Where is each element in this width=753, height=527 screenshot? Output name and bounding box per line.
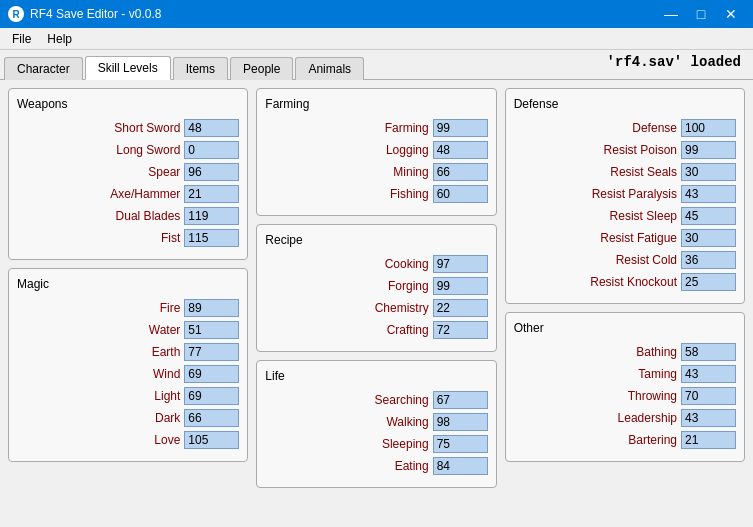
resist-poison-input[interactable]	[681, 141, 736, 159]
farming-panel: Farming Farming Logging Mining Fishing	[256, 88, 496, 216]
spear-label: Spear	[100, 165, 180, 179]
forging-input[interactable]	[433, 277, 488, 295]
water-input[interactable]	[184, 321, 239, 339]
skill-row: Spear	[17, 163, 239, 181]
skill-row: Walking	[265, 413, 487, 431]
skill-row: Bathing	[514, 343, 736, 361]
bathing-input[interactable]	[681, 343, 736, 361]
skill-row: Resist Fatigue	[514, 229, 736, 247]
cooking-input[interactable]	[433, 255, 488, 273]
farming-input[interactable]	[433, 119, 488, 137]
menu-file[interactable]: File	[4, 30, 39, 48]
light-input[interactable]	[184, 387, 239, 405]
resist-cold-input[interactable]	[681, 251, 736, 269]
leadership-label: Leadership	[597, 411, 677, 425]
throwing-input[interactable]	[681, 387, 736, 405]
skill-row: Resist Sleep	[514, 207, 736, 225]
skill-row: Taming	[514, 365, 736, 383]
resist-knockout-input[interactable]	[681, 273, 736, 291]
skill-row: Resist Cold	[514, 251, 736, 269]
short-sword-input[interactable]	[184, 119, 239, 137]
tab-character[interactable]: Character	[4, 57, 83, 80]
taming-label: Taming	[597, 367, 677, 381]
resist-seals-input[interactable]	[681, 163, 736, 181]
dual-blades-label: Dual Blades	[100, 209, 180, 223]
walking-input[interactable]	[433, 413, 488, 431]
tab-animals[interactable]: Animals	[295, 57, 364, 80]
skill-row: Wind	[17, 365, 239, 383]
wind-input[interactable]	[184, 365, 239, 383]
skill-row: Eating	[265, 457, 487, 475]
skill-row: Resist Seals	[514, 163, 736, 181]
defense-input[interactable]	[681, 119, 736, 137]
logging-input[interactable]	[433, 141, 488, 159]
dark-input[interactable]	[184, 409, 239, 427]
bathing-label: Bathing	[597, 345, 677, 359]
skill-row: Fishing	[265, 185, 487, 203]
fishing-input[interactable]	[433, 185, 488, 203]
skill-row: Love	[17, 431, 239, 449]
skill-row: Resist Poison	[514, 141, 736, 159]
resist-fatigue-input[interactable]	[681, 229, 736, 247]
resist-sleep-input[interactable]	[681, 207, 736, 225]
tab-skill-levels[interactable]: Skill Levels	[85, 56, 171, 80]
skill-row: Resist Paralysis	[514, 185, 736, 203]
skill-row: Farming	[265, 119, 487, 137]
other-panel: Other Bathing Taming Throwing Leadership…	[505, 312, 745, 462]
crafting-input[interactable]	[433, 321, 488, 339]
skill-row: Resist Knockout	[514, 273, 736, 291]
dual-blades-input[interactable]	[184, 207, 239, 225]
leadership-input[interactable]	[681, 409, 736, 427]
skill-row: Earth	[17, 343, 239, 361]
minimize-button[interactable]: —	[657, 4, 685, 24]
axe-hammer-label: Axe/Hammer	[100, 187, 180, 201]
searching-input[interactable]	[433, 391, 488, 409]
mining-input[interactable]	[433, 163, 488, 181]
light-label: Light	[100, 389, 180, 403]
skill-row: Long Sword	[17, 141, 239, 159]
bartering-label: Bartering	[597, 433, 677, 447]
magic-title: Magic	[17, 277, 239, 291]
water-label: Water	[100, 323, 180, 337]
resist-paralysis-input[interactable]	[681, 185, 736, 203]
weapons-title: Weapons	[17, 97, 239, 111]
love-input[interactable]	[184, 431, 239, 449]
bartering-input[interactable]	[681, 431, 736, 449]
axe-hammer-input[interactable]	[184, 185, 239, 203]
eating-input[interactable]	[433, 457, 488, 475]
skill-row: Axe/Hammer	[17, 185, 239, 203]
title-bar-controls: — □ ✕	[657, 4, 745, 24]
skill-row: Crafting	[265, 321, 487, 339]
tab-items[interactable]: Items	[173, 57, 228, 80]
weapons-panel: Weapons Short Sword Long Sword Spear Axe…	[8, 88, 248, 260]
tab-people[interactable]: People	[230, 57, 293, 80]
skill-row: Throwing	[514, 387, 736, 405]
maximize-button[interactable]: □	[687, 4, 715, 24]
love-label: Love	[100, 433, 180, 447]
dark-label: Dark	[100, 411, 180, 425]
content-area: Weapons Short Sword Long Sword Spear Axe…	[0, 80, 753, 527]
skill-row: Dual Blades	[17, 207, 239, 225]
title-bar-left: R RF4 Save Editor - v0.0.8	[8, 6, 161, 22]
fist-input[interactable]	[184, 229, 239, 247]
fishing-label: Fishing	[349, 187, 429, 201]
chemistry-input[interactable]	[433, 299, 488, 317]
earth-input[interactable]	[184, 343, 239, 361]
menu-help[interactable]: Help	[39, 30, 80, 48]
skill-row: Mining	[265, 163, 487, 181]
spear-input[interactable]	[184, 163, 239, 181]
other-title: Other	[514, 321, 736, 335]
magic-panel: Magic Fire Water Earth Wind Light	[8, 268, 248, 462]
skill-row: Short Sword	[17, 119, 239, 137]
taming-input[interactable]	[681, 365, 736, 383]
sleeping-input[interactable]	[433, 435, 488, 453]
forging-label: Forging	[349, 279, 429, 293]
menu-bar: File Help	[0, 28, 753, 50]
long-sword-input[interactable]	[184, 141, 239, 159]
skill-row: Fist	[17, 229, 239, 247]
recipe-title: Recipe	[265, 233, 487, 247]
skill-row: Logging	[265, 141, 487, 159]
fist-label: Fist	[100, 231, 180, 245]
close-button[interactable]: ✕	[717, 4, 745, 24]
fire-input[interactable]	[184, 299, 239, 317]
